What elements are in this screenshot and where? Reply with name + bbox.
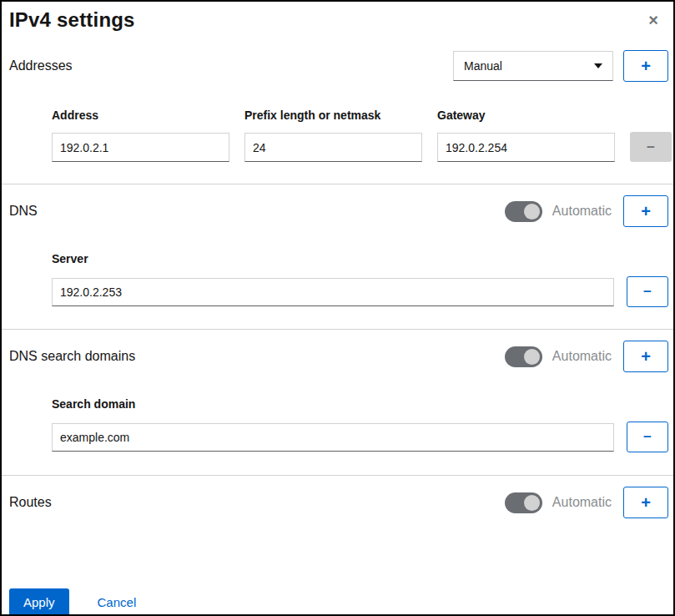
- dns-controls: Automatic +: [505, 195, 668, 227]
- dns-server-input[interactable]: [52, 278, 614, 306]
- addresses-section-header: Addresses Manual +: [9, 50, 668, 82]
- dns-section-header: DNS Automatic +: [9, 195, 668, 227]
- close-icon[interactable]: ×: [640, 7, 668, 32]
- dns-search-section-header: DNS search domains Automatic +: [9, 341, 668, 372]
- caret-down-icon: [594, 63, 602, 68]
- remove-search-domain-button[interactable]: −: [627, 422, 668, 452]
- dns-search-controls: Automatic +: [505, 341, 668, 372]
- gateway-input[interactable]: [437, 133, 615, 162]
- section-divider: [2, 329, 673, 330]
- ipv4-settings-dialog: IPv4 settings × Addresses Manual + Addre…: [0, 0, 675, 616]
- remove-dns-server-button[interactable]: −: [627, 276, 668, 307]
- dns-automatic-toggle[interactable]: [505, 201, 542, 222]
- server-field-label: Server: [52, 252, 668, 265]
- gateway-field-label: Gateway: [437, 109, 615, 122]
- section-divider: [2, 184, 673, 184]
- search-domain-field-label: Search domain: [52, 397, 668, 411]
- addresses-label: Addresses: [9, 58, 73, 73]
- cancel-button[interactable]: Cancel: [98, 595, 137, 609]
- gateway-field-group: Gateway: [437, 109, 615, 162]
- add-search-domain-button[interactable]: +: [623, 341, 668, 372]
- routes-automatic-toggle[interactable]: [505, 492, 542, 513]
- add-address-button[interactable]: +: [623, 50, 668, 82]
- dns-label: DNS: [9, 204, 38, 219]
- toggle-knob-icon: [524, 495, 540, 511]
- routes-section-header: Routes Automatic +: [9, 487, 668, 518]
- search-domain-field-group: Search domain −: [52, 397, 668, 452]
- add-route-button[interactable]: +: [623, 487, 668, 518]
- dialog-footer: Apply Cancel: [9, 588, 668, 616]
- address-fields-row: Address Prefix length or netmask Gateway…: [52, 109, 668, 162]
- address-field-group: Address: [52, 109, 229, 162]
- search-domain-input[interactable]: [52, 423, 614, 452]
- dns-search-automatic-label: Automatic: [552, 349, 612, 364]
- page-title: IPv4 settings: [9, 7, 135, 32]
- add-dns-server-button[interactable]: +: [623, 195, 668, 227]
- addresses-method-select[interactable]: Manual: [453, 51, 613, 81]
- prefix-field-label: Prefix length or netmask: [244, 109, 422, 122]
- remove-address-button[interactable]: −: [630, 132, 672, 162]
- routes-label: Routes: [9, 495, 52, 510]
- routes-automatic-label: Automatic: [552, 495, 612, 510]
- dns-search-automatic-toggle[interactable]: [505, 346, 542, 367]
- dialog-header: IPv4 settings ×: [9, 7, 668, 37]
- section-divider: [2, 475, 673, 476]
- address-field-label: Address: [52, 109, 229, 122]
- toggle-knob-icon: [524, 349, 540, 365]
- address-input[interactable]: [52, 133, 229, 162]
- prefix-input[interactable]: [244, 133, 422, 162]
- prefix-field-group: Prefix length or netmask: [244, 109, 422, 162]
- dns-automatic-label: Automatic: [552, 204, 612, 219]
- dns-server-field-group: Server −: [52, 252, 668, 307]
- addresses-controls: Manual +: [453, 50, 668, 82]
- apply-button[interactable]: Apply: [9, 588, 69, 616]
- dns-server-row: −: [52, 276, 668, 307]
- dns-search-label: DNS search domains: [9, 349, 135, 364]
- routes-controls: Automatic +: [505, 487, 668, 518]
- addresses-method-value: Manual: [464, 59, 502, 73]
- toggle-knob-icon: [524, 204, 540, 220]
- search-domain-row: −: [52, 422, 668, 452]
